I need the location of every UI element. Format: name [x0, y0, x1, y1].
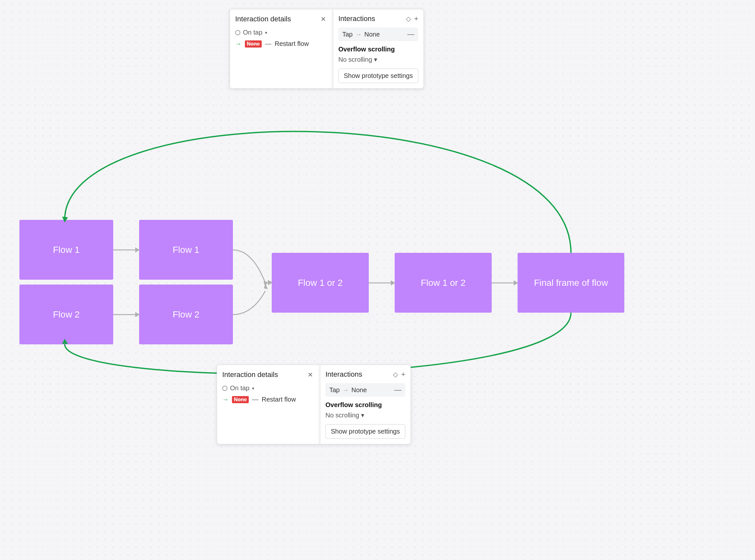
show-prototype-button-top[interactable]: Show prototype settings [338, 68, 418, 83]
flow-box-flow-or2-1[interactable]: Flow 1 or 2 [272, 253, 369, 313]
flow-box-flow-or2-2[interactable]: Flow 1 or 2 [395, 253, 492, 313]
flow-box-flow1-2[interactable]: Flow 1 [139, 220, 233, 280]
svg-marker-4 [263, 281, 268, 286]
tap-arrow-icon-bottom: → [342, 386, 349, 394]
diamond-icon-top: ◇ [406, 15, 411, 23]
overflow-dropdown-top[interactable]: No scrolling ▾ [338, 56, 418, 63]
chevron-icon-bottom: ▾ [252, 386, 254, 391]
flow-label: Flow 2 [53, 309, 80, 320]
trigger-row-top: On tap ▾ [235, 29, 328, 36]
flow-label: Flow 1 [53, 245, 80, 255]
interaction-detail-panel-bottom: Interaction details ✕ On tap ▾ → None — … [217, 365, 320, 444]
tap-label-bottom: Tap [329, 386, 340, 394]
flow-label: Flow 1 or 2 [298, 278, 343, 288]
tap-row-top[interactable]: Tap → None — [338, 27, 418, 41]
tap-none-bottom: None [351, 386, 367, 394]
tap-row-bottom[interactable]: Tap → None — [325, 383, 405, 397]
flow-label: Flow 2 [173, 309, 199, 320]
overflow-section-top: Overflow scrolling No scrolling ▾ [338, 45, 418, 63]
header-icons-top: ◇ + [406, 15, 418, 23]
diamond-icon-bottom: ◇ [393, 371, 398, 378]
show-prototype-button-bottom[interactable]: Show prototype settings [325, 424, 405, 439]
flow-box-flow2-1[interactable]: Flow 2 [19, 284, 113, 344]
action-arrow-icon-top: → [235, 40, 241, 47]
radio-icon-bottom [222, 386, 227, 391]
overflow-title-top: Overflow scrolling [338, 45, 418, 53]
interactions-panel-bottom: Interactions ◇ + Tap → None — Overflow s… [320, 365, 411, 444]
overflow-value-bottom: No scrolling [325, 412, 359, 419]
overflow-title-bottom: Overflow scrolling [325, 401, 405, 409]
dash-separator-top: — [265, 40, 271, 47]
trigger-label-top: On tap [243, 29, 262, 36]
interactions-title-bottom: Interactions [325, 370, 362, 379]
plus-icon-top[interactable]: + [414, 15, 418, 23]
overflow-value-top: No scrolling [338, 56, 372, 63]
tap-label-top: Tap [342, 31, 353, 38]
flow-label: Flow 1 [173, 245, 199, 255]
panel-header-top: Interaction details ✕ [235, 15, 328, 24]
plus-icon-bottom[interactable]: + [401, 370, 405, 379]
interactions-header-bottom: Interactions ◇ + [325, 370, 405, 379]
radio-icon-top [235, 30, 240, 35]
action-label-top: Restart flow [275, 40, 309, 47]
svg-marker-5 [264, 283, 268, 289]
overflow-chevron-top: ▾ [374, 56, 377, 63]
panel-group-top: Interaction details ✕ On tap ▾ → None — … [230, 9, 424, 88]
panel-title-bottom: Interaction details [222, 371, 278, 379]
flow-box-final-frame[interactable]: Final frame of flow [518, 253, 624, 313]
minus-button-bottom[interactable]: — [394, 386, 402, 394]
action-label-bottom: Restart flow [262, 396, 296, 403]
trigger-label-bottom: On tap [230, 384, 249, 392]
overflow-chevron-bottom: ▾ [361, 411, 364, 419]
action-arrow-icon-bottom: → [222, 396, 229, 403]
dash-separator-bottom: — [252, 396, 258, 403]
flow-box-flow1-1[interactable]: Flow 1 [19, 220, 113, 280]
flow-label: Final frame of flow [534, 278, 608, 288]
tap-none-top: None [364, 31, 380, 38]
flow-label: Flow 1 or 2 [421, 278, 466, 288]
panel-group-bottom: Interaction details ✕ On tap ▾ → None — … [217, 365, 411, 444]
chevron-icon-top: ▾ [265, 30, 267, 35]
tap-arrow-icon-top: → [355, 31, 362, 38]
none-badge-bottom: None [232, 396, 249, 403]
panel-header-bottom: Interaction details ✕ [222, 370, 315, 379]
action-row-top: → None — Restart flow [235, 40, 328, 47]
flow-box-flow2-2[interactable]: Flow 2 [139, 284, 233, 344]
overflow-section-bottom: Overflow scrolling No scrolling ▾ [325, 401, 405, 419]
trigger-row-bottom: On tap ▾ [222, 384, 315, 392]
action-row-bottom: → None — Restart flow [222, 396, 315, 403]
close-button-top[interactable]: ✕ [318, 15, 328, 24]
close-button-bottom[interactable]: ✕ [306, 370, 315, 379]
interactions-header-top: Interactions ◇ + [338, 15, 418, 23]
interaction-detail-panel-top: Interaction details ✕ On tap ▾ → None — … [230, 9, 333, 88]
interactions-title-top: Interactions [338, 15, 375, 23]
none-badge-top: None [245, 40, 262, 47]
header-icons-bottom: ◇ + [393, 370, 405, 379]
interactions-panel-top: Interactions ◇ + Tap → None — Overflow s… [333, 9, 424, 88]
minus-button-top[interactable]: — [407, 30, 414, 39]
panel-title-top: Interaction details [235, 15, 291, 23]
overflow-dropdown-bottom[interactable]: No scrolling ▾ [325, 411, 405, 419]
